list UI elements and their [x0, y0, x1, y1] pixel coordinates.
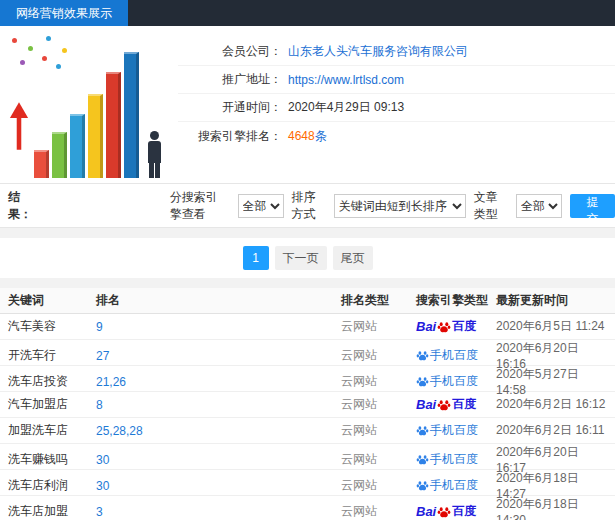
rank-type-cell: 云网站 — [341, 422, 416, 439]
baidu-mobile-label: 手机百度 — [430, 373, 478, 390]
confetti-dot — [28, 46, 33, 51]
col-header-engine-type: 搜索引擎类型 — [416, 292, 496, 309]
submit-button[interactable]: 提交 — [570, 194, 615, 218]
rank-type-cell: 云网站 — [341, 477, 416, 494]
info-row-company: 会员公司： 山东老人头汽车服务咨询有限公司 — [178, 38, 615, 66]
baidu-pc-logo: Bai百度 — [416, 503, 476, 520]
bar-chart-bars — [34, 52, 139, 178]
col-header-keyword: 关键词 — [8, 292, 96, 309]
update-time-cell: 2020年5月27日 14:58 — [496, 366, 607, 397]
engine-type-cell: Bai百度 — [416, 318, 496, 335]
baidu-paw-icon — [437, 398, 451, 412]
next-page-button[interactable]: 下一页 — [275, 246, 327, 270]
baidu-paw-icon — [437, 505, 451, 519]
engine-rank-unit: 条 — [315, 129, 327, 143]
rank-type-cell: 云网站 — [341, 503, 416, 520]
promo-url-label: 推广地址： — [178, 71, 282, 88]
figure-head — [150, 131, 159, 140]
update-time-cell: 2020年6月5日 11:24 — [496, 318, 607, 335]
keyword-cell: 洗车店加盟 — [8, 503, 96, 520]
sort-label: 排序方式 — [292, 189, 326, 223]
engine-filter-select[interactable]: 全部 — [238, 194, 284, 218]
confetti-dot — [12, 38, 17, 43]
update-time-cell: 2020年6月18日 14:30 — [496, 496, 607, 520]
baidu-logo-latin: Bai — [416, 397, 436, 412]
baidu-mobile-logo: 手机百度 — [416, 422, 478, 439]
table-row: 加盟洗车店 25,28,28 云网站 手机百度 2020年6月2日 16:11 — [0, 418, 615, 444]
table-row: 洗车店投资 21,26 云网站 手机百度 2020年5月27日 14:58 — [0, 366, 615, 392]
engine-type-cell: Bai百度 — [416, 503, 496, 520]
table-row: 洗车赚钱吗 30 云网站 手机百度 2020年6月20日 16:17 — [0, 444, 615, 470]
figure-body — [148, 141, 161, 163]
keyword-cell: 开洗车行 — [8, 347, 96, 364]
keyword-cell: 洗车赚钱吗 — [8, 451, 96, 468]
page-button-current[interactable]: 1 — [243, 246, 269, 270]
baidu-logo-latin: Bai — [416, 504, 436, 519]
baidu-logo-cn: 百度 — [452, 318, 476, 335]
figure-legs — [149, 163, 160, 178]
keyword-ranking-table: 关键词 排名 排名类型 搜索引擎类型 最新更新时间 汽车美容 9 云网站 Bai… — [0, 288, 615, 520]
filter-controls: 分搜索引擎查看 全部 排序方式 关键词由短到长排序 文章类型 全部 提交 — [170, 189, 615, 223]
engine-rank-count: 4648 — [288, 129, 315, 143]
last-page-button[interactable]: 尾页 — [333, 246, 373, 270]
bar-chart-illustration — [4, 32, 176, 180]
company-link[interactable]: 山东老人头汽车服务咨询有限公司 — [288, 43, 468, 60]
company-label: 会员公司： — [178, 43, 282, 60]
pagination: 1 下一页 尾页 — [0, 238, 615, 278]
growth-arrow-icon — [6, 100, 32, 154]
page-title: 网络营销效果展示 — [0, 0, 128, 26]
rank-cell: 3 — [96, 505, 341, 519]
baidu-pc-logo: Bai百度 — [416, 396, 476, 413]
article-type-select[interactable]: 全部 — [516, 194, 562, 218]
baidu-mobile-label: 手机百度 — [430, 347, 478, 364]
promo-url-link[interactable]: https://www.lrtlsd.com — [288, 73, 404, 87]
baidu-mobile-logo: 手机百度 — [416, 477, 478, 494]
baidu-logo-cn: 百度 — [452, 396, 476, 413]
baidu-paw-icon — [437, 320, 451, 334]
keyword-cell: 汽车美容 — [8, 318, 96, 335]
chart-bar — [70, 114, 85, 178]
engine-rank-value: 4648条 — [288, 128, 327, 145]
engine-rank-label: 搜索引擎排名： — [178, 128, 282, 145]
keyword-cell: 洗车店投资 — [8, 373, 96, 390]
account-info-fields: 会员公司： 山东老人头汽车服务咨询有限公司 推广地址： https://www.… — [178, 26, 615, 150]
rank-type-cell: 云网站 — [341, 347, 416, 364]
engine-filter-label: 分搜索引擎查看 — [170, 189, 230, 223]
section-divider — [0, 278, 615, 288]
baidu-mobile-label: 手机百度 — [430, 422, 478, 439]
table-row: 洗车店加盟 3 云网站 Bai百度 2020年6月18日 14:30 — [0, 496, 615, 520]
baidu-paw-icon — [416, 349, 429, 362]
chart-bar — [124, 52, 139, 178]
result-label: 结果： — [8, 189, 40, 223]
info-row-engine-rank: 搜索引擎排名： 4648条 — [178, 122, 615, 150]
engine-type-cell: 手机百度 — [416, 422, 496, 440]
rank-type-cell: 云网站 — [341, 318, 416, 335]
rank-cell: 8 — [96, 398, 341, 412]
rank-cell: 21,26 — [96, 375, 341, 389]
baidu-logo-latin: Bai — [416, 319, 436, 334]
info-row-url: 推广地址： https://www.lrtlsd.com — [178, 66, 615, 94]
chart-bar — [88, 94, 103, 178]
engine-type-cell: 手机百度 — [416, 451, 496, 469]
rank-type-cell: 云网站 — [341, 373, 416, 390]
info-row-open-time: 开通时间： 2020年4月29日 09:13 — [178, 94, 615, 122]
rank-type-cell: 云网站 — [341, 396, 416, 413]
section-divider — [0, 228, 615, 238]
top-bar: 网络营销效果展示 — [0, 0, 615, 26]
table-row: 汽车加盟店 8 云网站 Bai百度 2020年6月2日 16:12 — [0, 392, 615, 418]
confetti-dot — [20, 60, 25, 65]
update-time-cell: 2020年6月2日 16:12 — [496, 396, 607, 413]
sort-select[interactable]: 关键词由短到长排序 — [334, 194, 466, 218]
article-type-label: 文章类型 — [474, 189, 508, 223]
rank-cell: 27 — [96, 349, 341, 363]
keyword-table-body: 汽车美容 9 云网站 Bai百度 2020年6月5日 11:24 开洗车行 27… — [0, 314, 615, 520]
col-header-rank-type: 排名类型 — [341, 292, 416, 309]
rank-type-cell: 云网站 — [341, 451, 416, 468]
rank-cell: 30 — [96, 479, 341, 493]
rank-cell: 30 — [96, 453, 341, 467]
baidu-mobile-logo: 手机百度 — [416, 451, 478, 468]
confetti-dot — [46, 36, 51, 41]
baidu-mobile-label: 手机百度 — [430, 477, 478, 494]
open-time-value: 2020年4月29日 09:13 — [288, 99, 404, 116]
table-row: 汽车美容 9 云网站 Bai百度 2020年6月5日 11:24 — [0, 314, 615, 340]
